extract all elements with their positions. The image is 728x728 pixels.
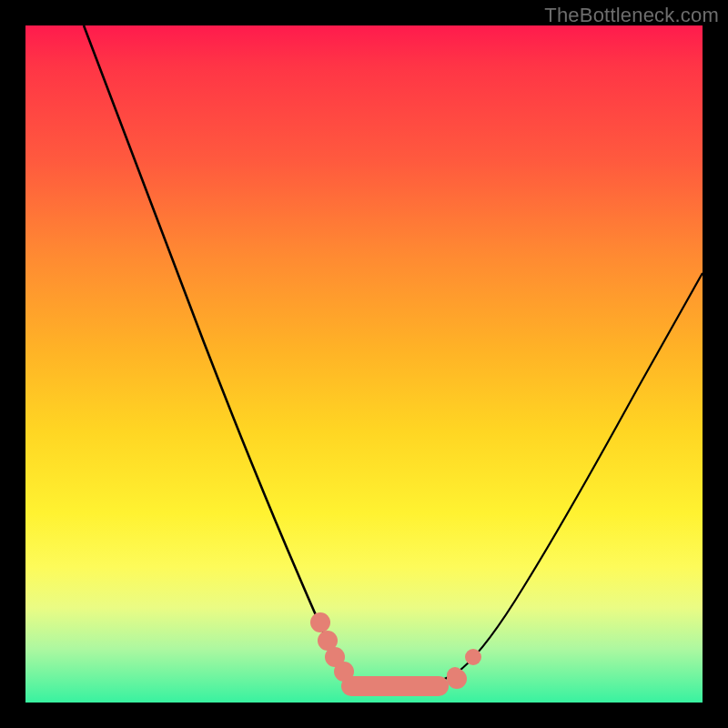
marker-right-small-b [465,649,481,665]
chart-svg [25,25,703,703]
marker-right-small-a [447,667,463,683]
marker-left-cluster-top [310,612,330,632]
curve-left-branch [84,25,406,687]
curve-right-branch [406,273,703,687]
watermark-text: TheBottleneck.com [544,4,719,27]
marker-left-cluster-c [334,662,354,682]
plot-area [25,25,703,703]
outer-frame: TheBottleneck.com [0,0,728,728]
